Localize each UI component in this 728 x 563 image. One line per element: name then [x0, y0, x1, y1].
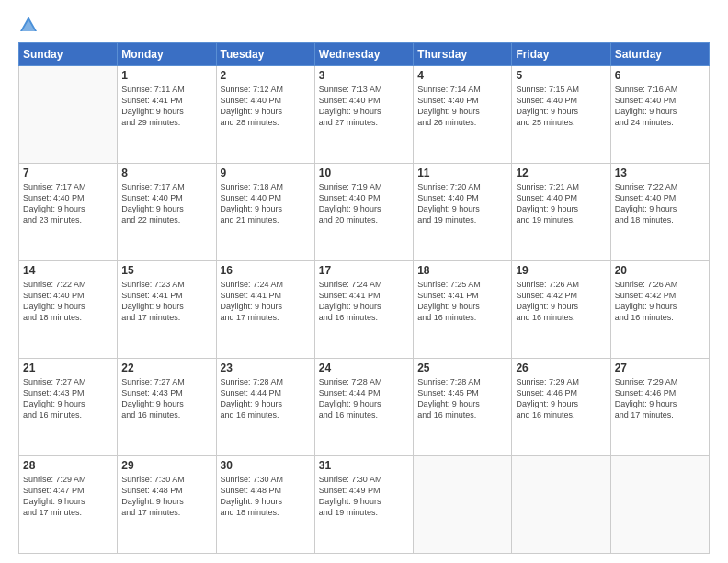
calendar-cell: 2Sunrise: 7:12 AM Sunset: 4:40 PM Daylig…: [216, 66, 314, 164]
page: SundayMondayTuesdayWednesdayThursdayFrid…: [0, 0, 728, 563]
day-number: 16: [221, 264, 311, 277]
calendar-cell: 22Sunrise: 7:27 AM Sunset: 4:43 PM Dayli…: [118, 359, 216, 456]
day-number: 21: [23, 362, 113, 374]
calendar-cell: 9Sunrise: 7:18 AM Sunset: 4:40 PM Daylig…: [216, 164, 314, 261]
calendar-cell: 30Sunrise: 7:30 AM Sunset: 4:48 PM Dayli…: [216, 456, 314, 554]
calendar-cell: 17Sunrise: 7:24 AM Sunset: 4:41 PM Dayli…: [314, 261, 413, 359]
calendar-cell: 13Sunrise: 7:22 AM Sunset: 4:40 PM Dayli…: [610, 164, 709, 261]
day-number: 18: [417, 264, 507, 277]
day-info: Sunrise: 7:15 AM Sunset: 4:40 PM Dayligh…: [516, 84, 606, 129]
day-info: Sunrise: 7:27 AM Sunset: 4:43 PM Dayligh…: [121, 376, 211, 421]
day-number: 10: [319, 167, 409, 179]
day-info: Sunrise: 7:28 AM Sunset: 4:44 PM Dayligh…: [221, 376, 311, 421]
day-number: 6: [615, 69, 705, 82]
calendar-week-0: 1Sunrise: 7:11 AM Sunset: 4:41 PM Daylig…: [19, 66, 710, 164]
day-info: Sunrise: 7:23 AM Sunset: 4:41 PM Dayligh…: [121, 279, 211, 324]
logo-icon: [18, 15, 39, 35]
calendar-header: SundayMondayTuesdayWednesdayThursdayFrid…: [19, 43, 710, 66]
day-number: 14: [23, 264, 113, 277]
day-number: 20: [615, 264, 705, 277]
calendar-cell: 11Sunrise: 7:20 AM Sunset: 4:40 PM Dayli…: [414, 164, 512, 261]
day-info: Sunrise: 7:26 AM Sunset: 4:42 PM Dayligh…: [516, 279, 606, 324]
day-info: Sunrise: 7:22 AM Sunset: 4:40 PM Dayligh…: [23, 279, 113, 324]
calendar-cell: 19Sunrise: 7:26 AM Sunset: 4:42 PM Dayli…: [512, 261, 610, 359]
day-info: Sunrise: 7:24 AM Sunset: 4:41 PM Dayligh…: [319, 279, 409, 324]
day-info: Sunrise: 7:20 AM Sunset: 4:40 PM Dayligh…: [417, 181, 507, 226]
day-info: Sunrise: 7:21 AM Sunset: 4:40 PM Dayligh…: [516, 181, 606, 226]
calendar-table: SundayMondayTuesdayWednesdayThursdayFrid…: [18, 42, 710, 554]
day-info: Sunrise: 7:14 AM Sunset: 4:40 PM Dayligh…: [417, 84, 507, 129]
day-number: 17: [319, 264, 409, 277]
day-number: 27: [615, 362, 705, 374]
day-info: Sunrise: 7:25 AM Sunset: 4:41 PM Dayligh…: [417, 279, 507, 324]
day-number: 28: [23, 459, 113, 472]
calendar-cell: 31Sunrise: 7:30 AM Sunset: 4:49 PM Dayli…: [314, 456, 413, 554]
calendar-cell: 12Sunrise: 7:21 AM Sunset: 4:40 PM Dayli…: [512, 164, 610, 261]
weekday-header-monday: Monday: [118, 43, 216, 66]
calendar-week-2: 14Sunrise: 7:22 AM Sunset: 4:40 PM Dayli…: [19, 261, 710, 359]
calendar-cell: [414, 456, 512, 554]
calendar-cell: 6Sunrise: 7:16 AM Sunset: 4:40 PM Daylig…: [610, 66, 709, 164]
day-info: Sunrise: 7:28 AM Sunset: 4:45 PM Dayligh…: [417, 376, 507, 421]
calendar-cell: 15Sunrise: 7:23 AM Sunset: 4:41 PM Dayli…: [118, 261, 216, 359]
day-info: Sunrise: 7:29 AM Sunset: 4:47 PM Dayligh…: [23, 474, 113, 519]
calendar-cell: 24Sunrise: 7:28 AM Sunset: 4:44 PM Dayli…: [314, 359, 413, 456]
day-number: 3: [319, 69, 409, 82]
day-info: Sunrise: 7:12 AM Sunset: 4:40 PM Dayligh…: [221, 84, 311, 129]
day-number: 7: [23, 167, 113, 179]
calendar-cell: 3Sunrise: 7:13 AM Sunset: 4:40 PM Daylig…: [314, 66, 413, 164]
calendar-cell: 5Sunrise: 7:15 AM Sunset: 4:40 PM Daylig…: [512, 66, 610, 164]
day-number: 29: [121, 459, 211, 472]
day-info: Sunrise: 7:13 AM Sunset: 4:40 PM Dayligh…: [319, 84, 409, 129]
day-number: 12: [516, 167, 606, 179]
day-number: 26: [516, 362, 606, 374]
calendar-cell: 18Sunrise: 7:25 AM Sunset: 4:41 PM Dayli…: [414, 261, 512, 359]
calendar-body: 1Sunrise: 7:11 AM Sunset: 4:41 PM Daylig…: [19, 66, 710, 554]
day-number: 24: [319, 362, 409, 374]
day-number: 30: [221, 459, 311, 472]
calendar-cell: 20Sunrise: 7:26 AM Sunset: 4:42 PM Dayli…: [610, 261, 709, 359]
weekday-header-tuesday: Tuesday: [216, 43, 314, 66]
calendar-cell: 14Sunrise: 7:22 AM Sunset: 4:40 PM Dayli…: [19, 261, 118, 359]
calendar-cell: 27Sunrise: 7:29 AM Sunset: 4:46 PM Dayli…: [610, 359, 709, 456]
day-number: 23: [221, 362, 311, 374]
weekday-header-saturday: Saturday: [610, 43, 709, 66]
day-info: Sunrise: 7:17 AM Sunset: 4:40 PM Dayligh…: [121, 181, 211, 226]
calendar-week-3: 21Sunrise: 7:27 AM Sunset: 4:43 PM Dayli…: [19, 359, 710, 456]
day-info: Sunrise: 7:17 AM Sunset: 4:40 PM Dayligh…: [23, 181, 113, 226]
calendar-cell: 21Sunrise: 7:27 AM Sunset: 4:43 PM Dayli…: [19, 359, 118, 456]
calendar-cell: 23Sunrise: 7:28 AM Sunset: 4:44 PM Dayli…: [216, 359, 314, 456]
day-info: Sunrise: 7:24 AM Sunset: 4:41 PM Dayligh…: [221, 279, 311, 324]
calendar-week-4: 28Sunrise: 7:29 AM Sunset: 4:47 PM Dayli…: [19, 456, 710, 554]
day-number: 15: [121, 264, 211, 277]
calendar-cell: 10Sunrise: 7:19 AM Sunset: 4:40 PM Dayli…: [314, 164, 413, 261]
calendar-cell: 29Sunrise: 7:30 AM Sunset: 4:48 PM Dayli…: [118, 456, 216, 554]
calendar-cell: 7Sunrise: 7:17 AM Sunset: 4:40 PM Daylig…: [19, 164, 118, 261]
day-info: Sunrise: 7:30 AM Sunset: 4:48 PM Dayligh…: [121, 474, 211, 519]
day-info: Sunrise: 7:22 AM Sunset: 4:40 PM Dayligh…: [615, 181, 705, 226]
weekday-header-wednesday: Wednesday: [314, 43, 413, 66]
day-info: Sunrise: 7:28 AM Sunset: 4:44 PM Dayligh…: [319, 376, 409, 421]
day-info: Sunrise: 7:19 AM Sunset: 4:40 PM Dayligh…: [319, 181, 409, 226]
calendar-cell: 25Sunrise: 7:28 AM Sunset: 4:45 PM Dayli…: [414, 359, 512, 456]
day-number: 4: [417, 69, 507, 82]
day-number: 25: [417, 362, 507, 374]
day-number: 19: [516, 264, 606, 277]
day-info: Sunrise: 7:16 AM Sunset: 4:40 PM Dayligh…: [615, 84, 705, 129]
day-number: 2: [221, 69, 311, 82]
day-info: Sunrise: 7:30 AM Sunset: 4:49 PM Dayligh…: [319, 474, 409, 519]
day-info: Sunrise: 7:27 AM Sunset: 4:43 PM Dayligh…: [23, 376, 113, 421]
weekday-header-thursday: Thursday: [414, 43, 512, 66]
day-number: 13: [615, 167, 705, 179]
day-info: Sunrise: 7:30 AM Sunset: 4:48 PM Dayligh…: [221, 474, 311, 519]
day-info: Sunrise: 7:11 AM Sunset: 4:41 PM Dayligh…: [121, 84, 211, 129]
weekday-header-sunday: Sunday: [19, 43, 118, 66]
calendar-cell: 16Sunrise: 7:24 AM Sunset: 4:41 PM Dayli…: [216, 261, 314, 359]
day-info: Sunrise: 7:18 AM Sunset: 4:40 PM Dayligh…: [221, 181, 311, 226]
day-number: 5: [516, 69, 606, 82]
day-info: Sunrise: 7:29 AM Sunset: 4:46 PM Dayligh…: [615, 376, 705, 421]
calendar-cell: 8Sunrise: 7:17 AM Sunset: 4:40 PM Daylig…: [118, 164, 216, 261]
day-number: 31: [319, 459, 409, 472]
day-number: 8: [121, 167, 211, 179]
calendar-cell: 28Sunrise: 7:29 AM Sunset: 4:47 PM Dayli…: [19, 456, 118, 554]
